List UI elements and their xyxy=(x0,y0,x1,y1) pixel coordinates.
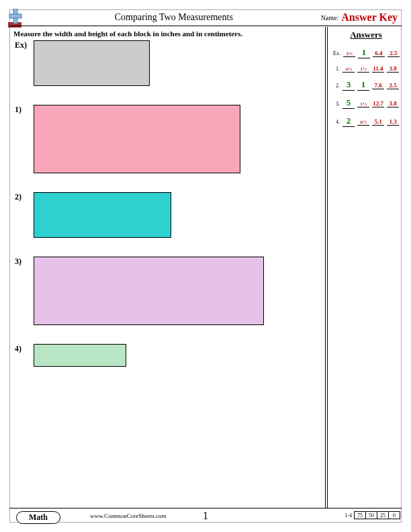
answer-value: 2.5 xyxy=(387,82,399,89)
header-underline xyxy=(9,26,402,26)
footer: Math www.CommonCoreSheets.com 1 1-4 7550… xyxy=(9,508,402,523)
answer-value: 5 xyxy=(342,97,355,109)
header: Comparing Two Measurements Name: Answer … xyxy=(9,9,402,26)
answer-value: 2 ½ xyxy=(343,51,355,57)
answers-column: Answers Ex.2 ½16.42.51.4 ½1 ½11.43.82.31… xyxy=(330,27,402,508)
answer-row-number: 4. xyxy=(333,119,340,125)
answer-row: 1.4 ½1 ½11.43.8 xyxy=(333,65,399,73)
footer-page-number: 1 xyxy=(203,510,208,522)
answers-title: Answers xyxy=(333,30,399,40)
page-title: Comparing Two Measurements xyxy=(27,12,321,23)
answer-value: 1 xyxy=(358,47,370,58)
column-separator xyxy=(325,27,328,508)
answer-value: 6.4 xyxy=(373,50,385,57)
svg-rect-2 xyxy=(9,14,21,18)
answer-row-number: 1. xyxy=(333,66,340,72)
answer-row: 4.20 ½5.11.3 xyxy=(333,116,399,127)
answer-row: 2.317.62.5 xyxy=(333,79,399,91)
score-box: 50 xyxy=(365,511,377,519)
problem: Ex) xyxy=(12,40,321,86)
answer-value: 1 ½ xyxy=(357,66,369,73)
name-value: Answer Key xyxy=(341,11,398,24)
instructions: Measure the width and height of each blo… xyxy=(12,30,321,38)
logo-icon xyxy=(8,9,27,28)
answer-value: 1 ½ xyxy=(357,101,369,107)
footer-subject: Math xyxy=(16,511,60,524)
answer-row-number: 2. xyxy=(333,83,340,89)
score-box: 75 xyxy=(354,511,366,519)
answer-value: 7.6 xyxy=(372,82,384,89)
measurement-block xyxy=(34,257,264,325)
main-column: Measure the width and height of each blo… xyxy=(9,27,324,508)
problems-container: Ex)1)2)3)4) xyxy=(12,40,321,367)
problem-label: 1) xyxy=(15,105,21,115)
answer-row: 3.51 ½12.73.8 xyxy=(333,97,399,109)
problem-label: 3) xyxy=(15,257,21,267)
score-box: 25 xyxy=(377,511,389,519)
worksheet-page: Comparing Two Measurements Name: Answer … xyxy=(0,0,411,532)
answer-row: Ex.2 ½16.42.5 xyxy=(333,47,399,58)
problem-label: 4) xyxy=(15,344,21,354)
measurement-block xyxy=(34,192,171,238)
problem: 2) xyxy=(12,192,321,238)
answers-container: Ex.2 ½16.42.51.4 ½1 ½11.43.82.317.62.53.… xyxy=(333,47,399,127)
footer-range: 1-4 xyxy=(345,513,352,519)
answer-row-number: Ex. xyxy=(333,50,340,56)
answer-value: 0 ½ xyxy=(357,120,369,126)
name-label: Name: xyxy=(321,14,339,21)
answer-value: 1 xyxy=(357,79,369,91)
answer-row-number: 3. xyxy=(333,101,340,107)
footer-scores: 1-4 7550250 xyxy=(345,511,400,519)
problem-label: Ex) xyxy=(15,40,27,50)
problem-label: 2) xyxy=(15,192,21,202)
problem: 4) xyxy=(12,344,321,367)
answer-value: 3.8 xyxy=(387,65,399,73)
answer-value: 2 xyxy=(342,116,355,127)
measurement-block xyxy=(34,344,126,367)
answer-value: 3.8 xyxy=(387,100,399,107)
answer-value: 5.1 xyxy=(372,118,384,126)
problem: 3) xyxy=(12,257,321,325)
answer-value: 3 xyxy=(342,79,355,91)
answer-value: 12.7 xyxy=(372,100,384,107)
footer-site: www.CommonCoreSheets.com xyxy=(90,513,166,519)
answer-value: 4 ½ xyxy=(342,66,355,73)
answer-value: 11.4 xyxy=(372,65,384,73)
problem: 1) xyxy=(12,105,321,173)
score-box: 0 xyxy=(388,511,400,519)
answer-value: 1.3 xyxy=(387,118,399,126)
measurement-block xyxy=(34,105,240,173)
measurement-block xyxy=(34,40,150,86)
answer-value: 2.5 xyxy=(387,50,400,57)
